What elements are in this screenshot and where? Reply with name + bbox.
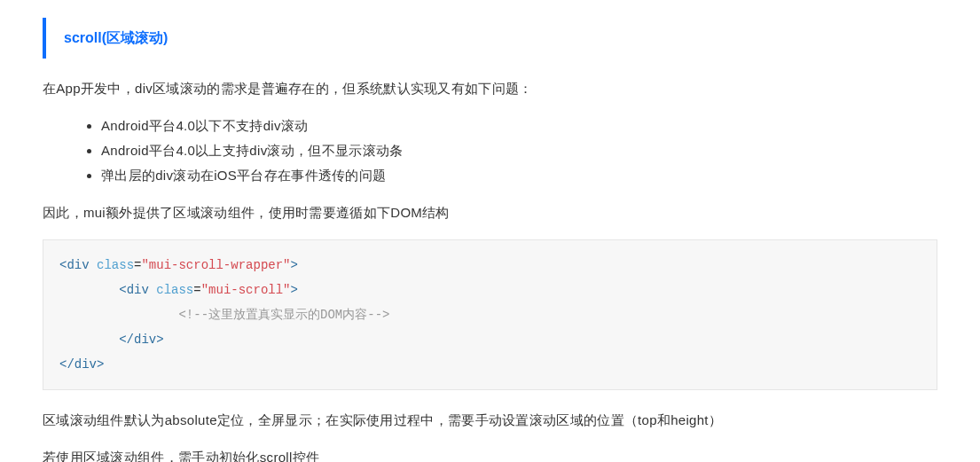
list-item: Android平台4.0以上支持div滚动，但不显示滚动条 xyxy=(101,140,937,161)
code-token: > xyxy=(291,283,298,297)
list-item: 弹出层的div滚动在iOS平台存在事件透传的问题 xyxy=(101,165,937,186)
section-title: scroll(区域滚动) xyxy=(64,30,168,45)
code-token: div xyxy=(134,333,156,347)
code-token: < xyxy=(119,283,126,297)
code-comment: <!--这里放置真实显示的DOM内容--> xyxy=(178,308,389,322)
code-token: class xyxy=(156,283,193,297)
code-token: > xyxy=(290,258,297,272)
list-item: Android平台4.0以下不支持div滚动 xyxy=(101,115,937,137)
issues-list: Android平台4.0以下不支持div滚动 Android平台4.0以上支持d… xyxy=(101,115,937,186)
code-token: div xyxy=(74,357,97,372)
section-heading-block: scroll(区域滚动) xyxy=(43,18,937,59)
code-token: </ xyxy=(59,357,74,372)
init-paragraph: 若使用区域滚动组件，需手动初始化scroll控件 xyxy=(43,447,937,462)
code-token: > xyxy=(156,333,163,347)
code-token: class xyxy=(97,258,134,272)
code-token: div xyxy=(127,283,149,297)
positioning-paragraph: 区域滚动组件默认为absolute定位，全屏显示；在实际使用过程中，需要手动设置… xyxy=(43,410,937,431)
code-block: <div class="mui-scroll-wrapper"> <div cl… xyxy=(43,239,937,390)
code-token: > xyxy=(97,357,104,372)
code-token: "mui-scroll" xyxy=(201,283,291,297)
intro-paragraph: 在App开发中，div区域滚动的需求是普遍存在的，但系统默认实现又有如下问题： xyxy=(43,78,937,99)
code-token: div xyxy=(67,258,89,272)
dom-structure-paragraph: 因此，mui额外提供了区域滚动组件，使用时需要遵循如下DOM结构 xyxy=(43,202,937,223)
code-token: </ xyxy=(119,333,134,347)
code-token: "mui-scroll-wrapper" xyxy=(141,258,290,272)
